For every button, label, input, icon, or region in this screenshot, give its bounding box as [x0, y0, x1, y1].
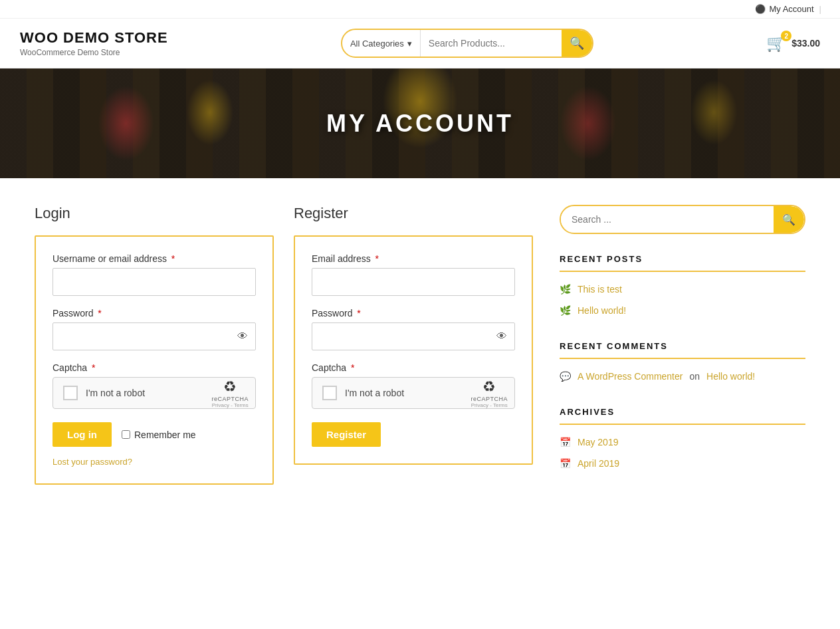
- login-captcha-required: *: [92, 362, 95, 373]
- register-captcha-box: I'm not a robot ♻ reCAPTCHA Privacy - Te…: [312, 377, 515, 409]
- recaptcha-brand: reCAPTCHA: [211, 396, 249, 402]
- sidebar-search-input[interactable]: [561, 214, 774, 225]
- cart-price: $33.00: [791, 38, 820, 49]
- archive-link[interactable]: May 2019: [578, 437, 618, 447]
- comment-post-link[interactable]: Hello world!: [706, 371, 755, 382]
- login-password-group: Password * 👁: [52, 308, 256, 350]
- register-password-wrap: 👁: [312, 322, 515, 350]
- archive-link[interactable]: April 2019: [578, 458, 619, 469]
- email-required: *: [375, 253, 379, 264]
- register-captcha-checkbox[interactable]: [322, 386, 337, 400]
- logo: WOO DEMO STORE WooCommerce Demo Store: [20, 29, 168, 57]
- category-label: All Categories: [350, 39, 404, 49]
- account-icon: ⚫: [755, 4, 766, 14]
- username-required: *: [171, 253, 175, 264]
- calendar-icon: 📅: [560, 458, 571, 469]
- hero-banner: MY ACCOUNT: [0, 68, 840, 178]
- top-bar-divider: |: [819, 4, 821, 14]
- register-actions: Register: [312, 422, 515, 447]
- sidebar-search-bar: 🔍: [560, 205, 805, 234]
- list-item: 🌿 Hello world!: [560, 300, 805, 321]
- remember-label[interactable]: Remember me: [122, 430, 196, 440]
- register-password-input[interactable]: [312, 322, 515, 350]
- search-bar: All Categories ▾ 🔍: [341, 29, 593, 58]
- list-item: 💬 A WordPress Commenter on Hello world!: [560, 366, 805, 387]
- sidebar-search-button[interactable]: 🔍: [774, 206, 804, 233]
- recent-posts-section: RECENT POSTS 🌿 This is test 🌿 Hello worl…: [560, 254, 805, 321]
- login-password-wrap: 👁: [52, 322, 256, 350]
- register-captcha-label: Captcha *: [312, 362, 515, 373]
- recent-comments-list: 💬 A WordPress Commenter on Hello world!: [560, 366, 805, 387]
- register-password-required: *: [357, 308, 360, 318]
- login-actions: Log in Remember me: [52, 422, 256, 447]
- register-eye-icon[interactable]: 👁: [496, 330, 507, 342]
- post-link[interactable]: Hello world!: [578, 305, 626, 316]
- forms-area: Login Username or email address * Passwo…: [35, 205, 533, 494]
- email-label: Email address *: [312, 253, 515, 264]
- chevron-down-icon: ▾: [407, 39, 412, 49]
- login-captcha-logo: ♻ reCAPTCHA Privacy - Terms: [211, 378, 249, 408]
- recent-comments-title: RECENT COMMENTS: [560, 341, 805, 359]
- list-item: 🌿 This is test: [560, 279, 805, 300]
- login-password-label: Password *: [52, 308, 256, 318]
- login-captcha-box: I'm not a robot ♻ reCAPTCHA Privacy - Te…: [52, 377, 256, 409]
- username-input[interactable]: [52, 268, 256, 296]
- list-item: 📅 April 2019: [560, 453, 805, 474]
- post-link[interactable]: This is test: [578, 284, 622, 295]
- login-captcha-group: Captcha * I'm not a robot ♻ reCAPTCHA Pr…: [52, 362, 256, 409]
- hero-title: MY ACCOUNT: [326, 110, 514, 138]
- remember-checkbox[interactable]: [122, 430, 130, 439]
- register-captcha-required: *: [351, 362, 354, 373]
- register-recaptcha-sub: Privacy - Terms: [471, 402, 508, 408]
- header: WOO DEMO STORE WooCommerce Demo Store Al…: [0, 19, 840, 68]
- username-label: Username or email address *: [52, 253, 256, 264]
- register-captcha-logo: ♻ reCAPTCHA Privacy - Terms: [471, 378, 508, 408]
- account-label: My Account: [769, 4, 813, 14]
- calendar-icon: 📅: [560, 437, 571, 447]
- commenter-link[interactable]: A WordPress Commenter: [578, 371, 682, 382]
- register-password-group: Password * 👁: [312, 308, 515, 350]
- logo-title: WOO DEMO STORE: [20, 29, 168, 47]
- recaptcha-icon: ♻: [223, 378, 237, 396]
- archives-title: ARCHIVES: [560, 407, 805, 425]
- main-content: Login Username or email address * Passwo…: [21, 178, 819, 521]
- my-account-link[interactable]: ⚫ My Account: [755, 4, 813, 14]
- cart-icon-wrap[interactable]: 🛒 2: [766, 34, 786, 53]
- search-button[interactable]: 🔍: [562, 30, 592, 57]
- top-bar: ⚫ My Account |: [0, 0, 840, 19]
- recent-comments-section: RECENT COMMENTS 💬 A WordPress Commenter …: [560, 341, 805, 387]
- cart-badge: 2: [781, 31, 791, 41]
- list-item: 📅 May 2019: [560, 432, 805, 453]
- sidebar-search-icon: 🔍: [782, 213, 795, 226]
- register-password-label: Password *: [312, 308, 515, 318]
- on-text: on: [689, 371, 700, 382]
- login-section: Login Username or email address * Passwo…: [35, 205, 274, 494]
- category-dropdown[interactable]: All Categories ▾: [342, 30, 421, 57]
- archives-list: 📅 May 2019 📅 April 2019: [560, 432, 805, 474]
- register-recaptcha-brand: reCAPTCHA: [471, 396, 508, 402]
- login-form-box: Username or email address * Password * 👁: [35, 235, 274, 485]
- login-captcha-text: I'm not a robot: [86, 388, 145, 398]
- register-form-box: Email address * Password * 👁: [294, 235, 533, 465]
- recent-posts-list: 🌿 This is test 🌿 Hello world!: [560, 279, 805, 321]
- leaf-icon: 🌿: [560, 305, 571, 316]
- sidebar: 🔍 RECENT POSTS 🌿 This is test 🌿 Hello wo…: [560, 205, 805, 494]
- login-button[interactable]: Log in: [52, 422, 112, 447]
- register-recaptcha-icon: ♻: [482, 378, 496, 396]
- login-title: Login: [35, 205, 274, 222]
- email-input[interactable]: [312, 268, 515, 296]
- register-captcha-group: Captcha * I'm not a robot ♻ reCAPTCHA Pr…: [312, 362, 515, 409]
- search-icon: 🔍: [570, 36, 584, 51]
- register-title: Register: [294, 205, 533, 222]
- username-group: Username or email address *: [52, 253, 256, 296]
- login-captcha-checkbox[interactable]: [63, 386, 78, 400]
- eye-icon[interactable]: 👁: [237, 330, 248, 342]
- login-captcha-label: Captcha *: [52, 362, 256, 373]
- login-password-input[interactable]: [52, 322, 256, 350]
- register-button[interactable]: Register: [312, 422, 381, 447]
- lost-password-link[interactable]: Lost your password?: [52, 457, 256, 467]
- comment-icon: 💬: [560, 371, 571, 382]
- leaf-icon: 🌿: [560, 284, 571, 295]
- product-search-input[interactable]: [421, 30, 562, 57]
- register-captcha-text: I'm not a robot: [345, 388, 404, 398]
